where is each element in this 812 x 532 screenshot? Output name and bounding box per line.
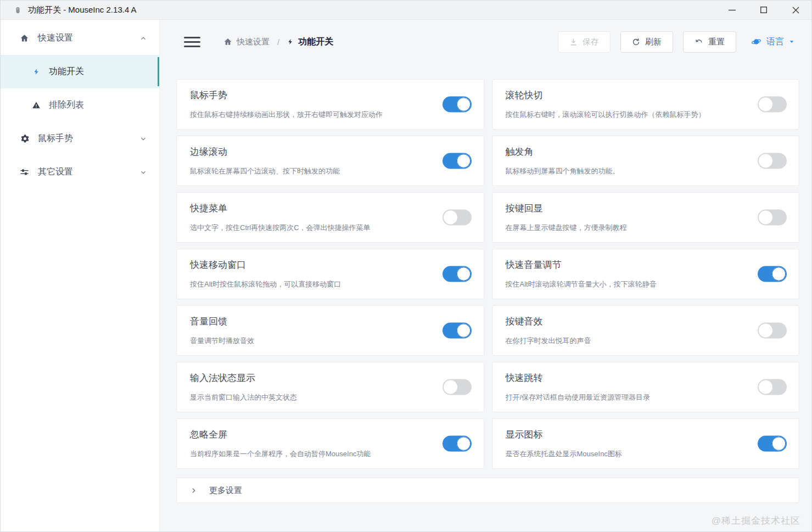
feature-card: 按键音效 在你打字时发出悦耳的声音 xyxy=(492,305,800,356)
sidebar-item-label: 鼠标手势 xyxy=(38,133,73,144)
main-panel: 快速设置 / 功能开关 保存 xyxy=(160,20,811,531)
feature-toggle[interactable] xyxy=(443,266,472,282)
minimize-button[interactable] xyxy=(716,1,748,19)
feature-description: 鼠标移动到屏幕四个角触发的功能。 xyxy=(506,166,786,176)
feature-toggle[interactable] xyxy=(443,436,472,452)
feature-card: 快速跳转 打开/保存对话框自动使用最近资源管理器目录 xyxy=(492,362,800,412)
feature-title: 快速移动窗口 xyxy=(190,259,471,271)
feature-description: 按住Alt时滚动滚轮调节音量大小，按下滚轮静音 xyxy=(506,279,786,289)
warning-icon xyxy=(32,101,41,109)
toggle-knob xyxy=(444,211,457,225)
sidebar-item-other-settings[interactable]: 其它设置 xyxy=(1,155,159,189)
feature-card: 快捷菜单 选中文字，按住Ctrl再快速按两次C，会弹出快捷操作菜单 xyxy=(176,192,484,243)
feature-toggle[interactable] xyxy=(758,210,787,226)
reset-button[interactable]: 重置 xyxy=(683,31,736,53)
feature-card: 边缘滚动 鼠标滚轮在屏幕四个边滚动、按下时触发的功能 xyxy=(176,136,484,186)
feature-description: 在屏幕上显示键盘按键，方便录制教程 xyxy=(506,223,786,233)
feature-title: 快速跳转 xyxy=(506,372,786,384)
feature-toggle[interactable] xyxy=(758,436,787,452)
caret-down-icon xyxy=(788,39,795,44)
feature-title: 按键回显 xyxy=(506,202,786,215)
language-button[interactable]: 语言 xyxy=(748,33,797,51)
feature-toggle[interactable] xyxy=(758,97,787,113)
maximize-button[interactable] xyxy=(748,1,780,19)
feature-toggle[interactable] xyxy=(443,97,472,113)
breadcrumb: 快速设置 / 功能开关 xyxy=(223,36,333,48)
sidebar-item-label: 功能开关 xyxy=(49,66,84,77)
feature-card: 快速音量调节 按住Alt时滚动滚轮调节音量大小，按下滚轮静音 xyxy=(492,249,800,299)
toggle-knob xyxy=(759,98,772,111)
feature-toggle[interactable] xyxy=(443,379,472,395)
feature-toggle[interactable] xyxy=(758,323,787,339)
breadcrumb-quick-settings[interactable]: 快速设置 xyxy=(223,37,270,47)
sidebar-item-label: 排除列表 xyxy=(49,99,84,111)
toggle-knob xyxy=(772,267,786,281)
window-title: 功能开关 - MouseInc 2.13.4 A xyxy=(28,5,137,15)
chevron-up-icon xyxy=(139,35,147,42)
feature-title: 快速音量调节 xyxy=(506,259,786,271)
undo-arrow-icon xyxy=(695,38,703,46)
chevron-down-icon xyxy=(139,135,147,143)
breadcrumb-feature-switches: 功能开关 xyxy=(287,36,333,48)
sidebar-item-quick-settings[interactable]: 快速设置 xyxy=(1,21,159,55)
lightning-icon xyxy=(32,68,41,76)
lightning-icon xyxy=(287,38,294,46)
feature-toggle[interactable] xyxy=(758,266,787,282)
toggle-knob xyxy=(759,154,772,168)
feature-card: 鼠标手势 按住鼠标右键持续移动画出形状，放开右键即可触发对应动作 xyxy=(176,79,484,130)
feature-description: 在你打字时发出悦耳的声音 xyxy=(506,336,786,346)
feature-toggle[interactable] xyxy=(443,323,472,339)
toggle-knob xyxy=(457,154,471,168)
toggle-knob xyxy=(772,437,786,451)
home-icon xyxy=(19,33,29,43)
save-button[interactable]: 保存 xyxy=(558,31,611,53)
feature-title: 输入法状态显示 xyxy=(190,372,471,384)
feature-title: 触发角 xyxy=(506,145,786,158)
toggle-knob xyxy=(457,324,471,338)
toggle-knob xyxy=(759,324,772,338)
feature-toggle[interactable] xyxy=(758,153,787,169)
sidebar-item-feature-switches[interactable]: 功能开关 xyxy=(1,55,159,88)
feature-toggle[interactable] xyxy=(443,210,472,226)
toggle-knob xyxy=(457,267,471,281)
feature-toggle[interactable] xyxy=(758,379,787,395)
feature-description: 鼠标滚轮在屏幕四个边滚动、按下时触发的功能 xyxy=(190,166,471,176)
toggle-knob xyxy=(457,98,471,111)
more-settings-label: 更多设置 xyxy=(209,485,242,496)
feature-title: 边缘滚动 xyxy=(190,145,471,158)
hamburger-menu-icon[interactable] xyxy=(184,34,200,50)
more-settings-row[interactable]: 更多设置 xyxy=(176,478,799,503)
feature-title: 滚轮快切 xyxy=(506,89,786,102)
feature-toggle[interactable] xyxy=(443,153,472,169)
toggle-knob xyxy=(759,211,772,225)
breadcrumb-separator: / xyxy=(277,37,279,47)
sidebar-item-exclude-list[interactable]: 排除列表 xyxy=(1,88,159,122)
feature-description: 打开/保存对话框自动使用最近资源管理器目录 xyxy=(506,393,786,402)
planet-globe-icon xyxy=(751,37,762,47)
feature-description: 是否在系统托盘处显示MouseInc图标 xyxy=(506,449,786,459)
home-icon xyxy=(223,37,232,46)
refresh-button[interactable]: 刷新 xyxy=(620,31,673,53)
feature-title: 快捷菜单 xyxy=(190,202,471,215)
close-button[interactable] xyxy=(780,1,811,19)
feature-card: 显示图标 是否在系统托盘处显示MouseInc图标 xyxy=(492,418,800,469)
feature-card: 输入法状态显示 显示当前窗口输入法的中英文状态 xyxy=(176,362,484,412)
toggle-knob xyxy=(759,380,772,394)
sidebar: 快速设置 功能开关 排除列表 鼠标手 xyxy=(1,20,160,531)
toggle-knob xyxy=(457,437,471,451)
sidebar-item-label: 其它设置 xyxy=(38,166,73,178)
watermark: @稀土掘金技术社区 xyxy=(712,514,800,527)
topbar: 快速设置 / 功能开关 保存 xyxy=(160,20,811,64)
titlebar: 功能开关 - MouseInc 2.13.4 A xyxy=(1,1,811,20)
content-area: 鼠标手势 按住鼠标右键持续移动画出形状，放开右键即可触发对应动作 滚轮快切 按住… xyxy=(160,64,811,531)
feature-title: 忽略全屏 xyxy=(190,428,471,441)
feature-cards-grid: 鼠标手势 按住鼠标右键持续移动画出形状，放开右键即可触发对应动作 滚轮快切 按住… xyxy=(176,79,799,469)
feature-card: 忽略全屏 当前程序如果是一个全屏程序，会自动暂停MouseInc功能 xyxy=(176,418,484,469)
feature-card: 触发角 鼠标移动到屏幕四个角触发的功能。 xyxy=(492,136,800,186)
refresh-icon xyxy=(632,38,640,46)
sidebar-item-mouse-gestures[interactable]: 鼠标手势 xyxy=(1,122,159,155)
feature-card: 快速移动窗口 按住Alt时按住鼠标滚轮拖动，可以直接移动窗口 xyxy=(176,249,484,299)
feature-card: 滚轮快切 按住鼠标右键时，滚动滚轮可以执行切换动作（依赖鼠标手势） xyxy=(492,79,800,130)
chevron-right-icon xyxy=(190,487,197,494)
feature-description: 按住鼠标右键时，滚动滚轮可以执行切换动作（依赖鼠标手势） xyxy=(506,110,786,120)
